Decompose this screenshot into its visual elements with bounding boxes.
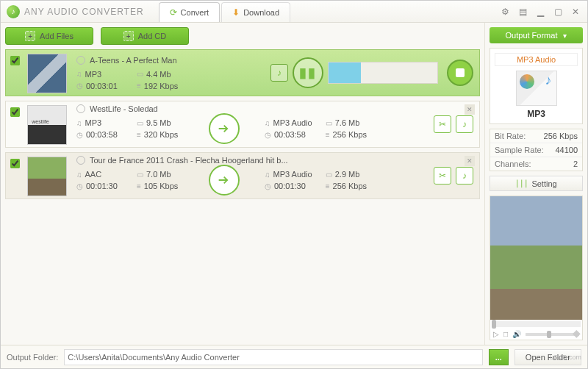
bitrate-icon: ≡ (137, 82, 141, 90)
bitrate-value: 256 Kbps (544, 132, 578, 140)
item-title: A-Teens - A Perfect Man (90, 56, 177, 65)
toolbar: + Add Files + Add CD (5, 27, 480, 45)
remove-item-button[interactable]: ✕ (465, 156, 475, 166)
settings-icon[interactable]: ⚙ (499, 6, 511, 18)
item-title: Tour de France 2011 Crash - Flecha Hooge… (90, 156, 288, 165)
item-checkbox[interactable] (10, 56, 20, 65)
thumbnail (27, 105, 67, 145)
item-info: A-Teens - A Perfect Man ♫MP3 ◷00:03:01 ▭… (71, 50, 270, 96)
edit-icon[interactable]: ♪ (456, 167, 473, 184)
convert-button[interactable] (209, 165, 240, 196)
item-bitrate: 192 Kbps (144, 82, 178, 90)
item-bitrate: 320 Kbps (144, 130, 178, 139)
item-title: WestLife - Soledad (90, 104, 158, 113)
disc-icon (76, 104, 85, 113)
output-folder-label: Output Folder: (7, 353, 58, 362)
item-format: MP3 (85, 118, 102, 127)
output-format-button[interactable]: Output Format ▾ (490, 27, 583, 43)
window-controls: ⚙ ▤ ▁ ▢ ✕ (499, 6, 581, 18)
format-label: MP3 (495, 109, 578, 119)
format-box: MP3 Audio MP3 (490, 48, 583, 124)
arrow-right-icon (216, 172, 232, 188)
output-format-label: Output Format (506, 31, 558, 40)
out-size: 7.6 Mb (335, 118, 360, 127)
out-bitrate: 256 Kbps (333, 130, 367, 139)
convert-button[interactable] (209, 113, 240, 144)
samplerate-value: 44100 (555, 146, 578, 154)
pause-button[interactable]: ▮▮ (293, 57, 323, 88)
out-duration: 00:01:30 (274, 182, 306, 190)
channels-key: Channels: (495, 160, 573, 168)
item-checkbox[interactable] (10, 159, 20, 168)
edit-icon[interactable]: ♪ (270, 64, 288, 82)
format-title: MP3 Audio (495, 53, 578, 66)
preview-seek[interactable] (492, 321, 581, 327)
list-item[interactable]: ✕ Tour de France 2011 Crash - Flecha Hoo… (5, 152, 480, 199)
app-title: ANY AUDIO CONVERTER (24, 7, 144, 17)
item-format: MP3 (85, 70, 102, 79)
thumbnail (27, 157, 67, 196)
samplerate-key: Sample Rate: (495, 146, 555, 154)
add-files-button[interactable]: + Add Files (5, 27, 93, 45)
output-folder-input[interactable] (64, 349, 482, 365)
plus-icon: + (123, 31, 134, 41)
format-properties: Bit Rate:256 Kbps Sample Rate:44100 Chan… (490, 129, 583, 171)
item-duration: 00:01:30 (86, 182, 118, 190)
progress-fill (329, 62, 361, 83)
mp3-icon (516, 71, 557, 106)
list-item[interactable]: A-Teens - A Perfect Man ♫MP3 ◷00:03:01 ▭… (5, 49, 480, 96)
item-size: 7.0 Mb (146, 170, 171, 179)
volume-icon[interactable]: 🔊 (512, 330, 521, 338)
note-icon: ♫ (76, 70, 82, 78)
side-panel: Output Format ▾ MP3 Audio MP3 Bit Rate:2… (484, 23, 587, 345)
list-item[interactable]: ✕ WestLife - Soledad ♫MP3 ◷00:03:58 (5, 101, 480, 148)
volume-slider[interactable] (526, 333, 579, 336)
close-icon[interactable]: ✕ (570, 6, 581, 18)
tab-convert-label: Convert (181, 8, 209, 17)
out-size: 2.9 Mb (335, 170, 360, 179)
cut-icon[interactable]: ✂ (434, 115, 451, 133)
edit-icon[interactable]: ♪ (456, 115, 473, 133)
tab-download-label: Download (243, 8, 279, 17)
download-icon: ⬇ (232, 7, 240, 18)
item-duration: 00:03:58 (86, 130, 118, 139)
item-size: 4.4 Mb (146, 70, 171, 79)
setting-button[interactable]: ∣∣∣ Setting (490, 176, 583, 191)
checkbox-cell (6, 50, 24, 96)
bitrate-key: Bit Rate: (495, 132, 544, 140)
browse-button[interactable]: ... (489, 349, 509, 365)
refresh-icon: ⟳ (170, 7, 177, 18)
minimize-icon[interactable]: ▁ (534, 6, 546, 18)
progress-bar (328, 60, 438, 86)
stop-icon[interactable]: □ (503, 330, 508, 338)
browse-label: ... (495, 353, 502, 362)
remove-item-button[interactable]: ✕ (465, 104, 475, 115)
size-icon: ▭ (137, 70, 143, 78)
add-cd-button[interactable]: + Add CD (101, 27, 189, 45)
maximize-icon[interactable]: ▢ (552, 6, 564, 18)
clock-icon: ◷ (76, 82, 83, 90)
out-duration: 00:03:58 (274, 130, 306, 139)
item-size: 9.5 Mb (146, 118, 171, 127)
tab-convert[interactable]: ⟳ Convert (159, 2, 220, 22)
menu-icon[interactable]: ▤ (517, 6, 528, 18)
footer: Output Folder: ... Open Folder (1, 345, 587, 368)
channels-value: 2 (573, 160, 578, 168)
add-files-label: Add Files (40, 32, 74, 40)
sliders-icon: ∣∣∣ (515, 179, 528, 188)
watermark-icon: ◆ (573, 327, 581, 339)
play-icon[interactable]: ▷ (493, 330, 499, 338)
tabs: ⟳ Convert ⬇ Download (159, 2, 292, 22)
preview-pane: ▷ □ 🔊 (490, 196, 583, 340)
add-cd-label: Add CD (138, 32, 167, 40)
tab-download[interactable]: ⬇ Download (221, 2, 290, 22)
titlebar: ♪ ANY AUDIO CONVERTER ⟳ Convert ⬇ Downlo… (1, 1, 587, 23)
arrow-right-icon (216, 121, 232, 137)
item-format: AAC (85, 170, 102, 179)
out-bitrate: 256 Kbps (333, 182, 367, 190)
file-list: A-Teens - A Perfect Man ♫MP3 ◷00:03:01 ▭… (5, 49, 480, 340)
item-checkbox[interactable] (10, 107, 20, 117)
item-duration: 00:03:01 (86, 82, 118, 90)
stop-button[interactable] (447, 60, 473, 86)
cut-icon[interactable]: ✂ (434, 167, 451, 184)
